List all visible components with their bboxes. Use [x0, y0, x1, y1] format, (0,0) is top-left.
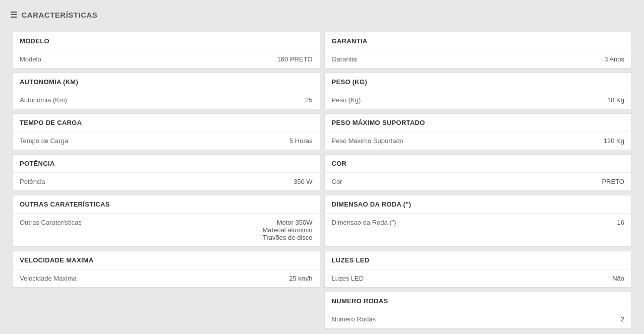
spec-label: Numero Rodas: [332, 315, 376, 323]
spec-header: PESO MÁXIMO SUPORTADO: [325, 114, 632, 132]
spec-header: DIMENSAO DA RODA ("): [325, 195, 632, 214]
spec-header: GARANTIA: [325, 32, 632, 50]
spec-block-left-5: VELOCIDADE MAXIMAVelocidade Maxima25 km/…: [12, 251, 320, 288]
page-header: ☰ CARACTERÍSTICAS: [10, 10, 634, 20]
spec-row: Numero Rodas2: [325, 310, 632, 328]
spec-header: COR: [325, 155, 632, 173]
spec-row: Velocidade Maxima25 km/h: [13, 270, 320, 287]
spec-value: 25: [305, 96, 312, 104]
spec-row: Tempo de Carga5 Horas: [13, 132, 320, 150]
spec-block-right-1: PESO (KG)Peso (Kg)18 Kg: [324, 73, 632, 109]
spec-value: 16: [617, 219, 624, 226]
spec-row: Garantia3 Anos: [325, 50, 632, 68]
spec-row: Modelo160 PRETO: [13, 50, 320, 68]
page-title: CARACTERÍSTICAS: [22, 11, 98, 19]
spec-block-right-0: GARANTIAGarantia3 Anos: [324, 32, 632, 69]
spec-value: 18 Kg: [607, 96, 624, 104]
spec-label: Modelo: [20, 55, 41, 63]
spec-header: TEMPO DE CARGA: [13, 114, 320, 132]
spec-block-left-4: OUTRAS CARATERÍSTICASOutras Caraterístic…: [12, 195, 320, 247]
spec-row: Peso (Kg)18 Kg: [325, 91, 632, 109]
spec-value: 160 PRETO: [277, 55, 313, 63]
spec-header: LUZES LED: [325, 251, 632, 270]
spec-row: Peso Máximo Suportado120 Kg: [325, 132, 632, 150]
spec-value: 3 Anos: [604, 55, 624, 63]
spec-label: Velocidade Maxima: [20, 275, 77, 282]
spec-row: Outras CaraterísticasMotor 350W Material…: [13, 214, 320, 246]
spec-row: Dimensao da Roda (")16: [325, 214, 632, 231]
spec-row: Potência350 W: [13, 173, 320, 190]
spec-row: CorPRETO: [325, 173, 632, 190]
spec-block-empty: [10, 290, 322, 330]
spec-header: PESO (KG): [325, 73, 632, 91]
spec-block-left-3: POTÊNCIAPotência350 W: [12, 154, 320, 191]
spec-value: 5 Horas: [289, 137, 313, 145]
spec-block-right-2: PESO MÁXIMO SUPORTADOPeso Máximo Suporta…: [324, 113, 632, 150]
spec-header: OUTRAS CARATERÍSTICAS: [13, 195, 320, 214]
spec-block-right-3: CORCorPRETO: [324, 154, 632, 191]
spec-label: Autonomia (Km): [20, 96, 67, 104]
spec-block-right-6: NUMERO RODASNumero Rodas2: [324, 292, 632, 328]
list-icon: ☰: [10, 10, 18, 20]
spec-header: VELOCIDADE MAXIMA: [13, 251, 320, 270]
spec-label: Tempo de Carga: [20, 137, 68, 145]
spec-header: AUTONOMIA (KM): [13, 73, 320, 91]
spec-label: Peso (Kg): [332, 96, 361, 104]
spec-row: Luzes LEDNão: [325, 270, 632, 287]
spec-label: Potência: [20, 178, 45, 185]
spec-label: Garantia: [332, 55, 357, 63]
spec-block-left-2: TEMPO DE CARGATempo de Carga5 Horas: [12, 113, 320, 150]
spec-value: 350 W: [294, 178, 313, 185]
spec-value: Não: [612, 275, 624, 282]
spec-label: Peso Máximo Suportado: [332, 137, 403, 145]
spec-value: Motor 350W Material alumínio Travões de …: [263, 219, 313, 241]
spec-value: 120 Kg: [604, 137, 624, 145]
spec-header: POTÊNCIA: [13, 155, 320, 173]
spec-label: Cor: [332, 178, 342, 185]
spec-row: Autonomia (Km)25: [13, 91, 320, 109]
spec-block-left-1: AUTONOMIA (KM)Autonomia (Km)25: [12, 73, 320, 109]
spec-header: MODELO: [13, 32, 320, 50]
spec-label: Dimensao da Roda ("): [332, 219, 396, 226]
spec-block-right-4: DIMENSAO DA RODA (")Dimensao da Roda (")…: [324, 195, 632, 247]
spec-header: NUMERO RODAS: [325, 292, 632, 310]
spec-block-left-0: MODELOModelo160 PRETO: [12, 32, 320, 69]
spec-label: Luzes LED: [332, 275, 364, 282]
specs-grid: MODELOModelo160 PRETOGARANTIAGarantia3 A…: [10, 30, 634, 330]
spec-value: 2: [621, 315, 624, 323]
spec-value: PRETO: [602, 178, 624, 185]
spec-block-right-5: LUZES LEDLuzes LEDNão: [324, 251, 632, 288]
spec-label: Outras Caraterísticas: [20, 219, 82, 226]
spec-value: 25 km/h: [289, 275, 312, 282]
